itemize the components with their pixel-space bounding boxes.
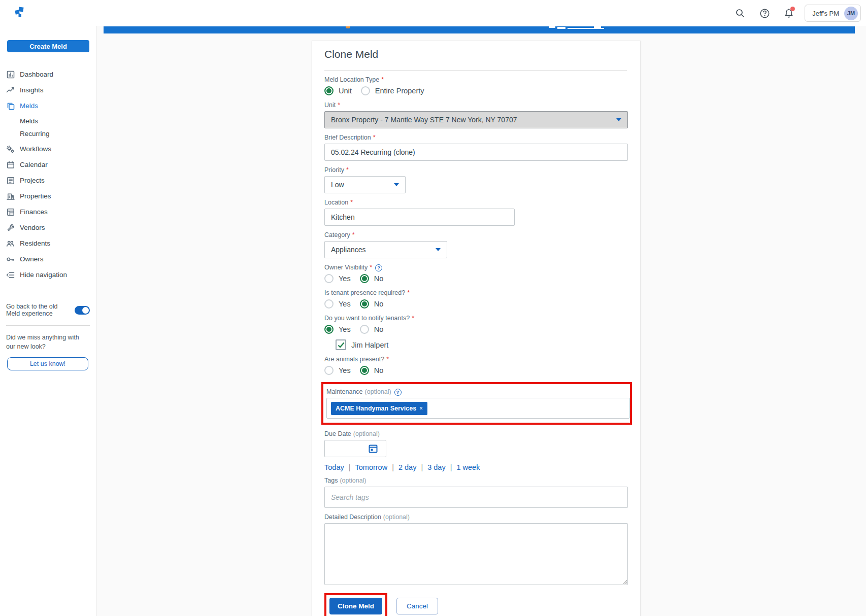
tags-input[interactable] bbox=[324, 487, 628, 508]
meld-location-type-label: Meld Location Type* bbox=[324, 76, 627, 84]
radio-notify-tenants-yes[interactable] bbox=[324, 325, 334, 334]
sidebar-item-owners[interactable]: Owners bbox=[0, 251, 96, 267]
search-icon[interactable] bbox=[731, 5, 749, 22]
sidebar-item-melds[interactable]: Melds bbox=[0, 98, 96, 114]
radio-owner-visibility-yes[interactable] bbox=[324, 274, 334, 283]
remove-chip-icon[interactable]: × bbox=[419, 405, 423, 412]
radio-no-label[interactable]: No bbox=[374, 275, 384, 283]
avatar[interactable]: JM bbox=[844, 7, 858, 20]
tenant-checkbox-label[interactable]: Jim Halpert bbox=[351, 341, 388, 349]
quick-link-3day[interactable]: 3 day bbox=[427, 463, 445, 471]
clone-meld-submit-button[interactable]: Clone Meld bbox=[329, 598, 382, 614]
maintenance-input[interactable]: ACME Handyman Services × bbox=[326, 398, 630, 419]
quick-link-1week[interactable]: 1 week bbox=[456, 463, 480, 471]
let-us-know-button[interactable]: Let us know! bbox=[7, 357, 88, 370]
radio-unit[interactable] bbox=[324, 86, 334, 95]
sidebar-item-label: Workflows bbox=[20, 145, 51, 153]
radio-yes-label[interactable]: Yes bbox=[339, 366, 351, 374]
radio-yes-label[interactable]: Yes bbox=[339, 325, 351, 333]
calendar-icon[interactable] bbox=[369, 444, 378, 453]
priority-select[interactable]: Low bbox=[324, 176, 406, 193]
chevron-down-icon bbox=[394, 183, 399, 186]
radio-yes-label[interactable]: Yes bbox=[339, 275, 351, 283]
sidebar-item-dashboard[interactable]: Dashboard bbox=[0, 66, 96, 82]
owner-visibility-help-icon[interactable]: ? bbox=[375, 264, 382, 271]
radio-yes-label[interactable]: Yes bbox=[339, 300, 351, 308]
radio-entire-property-label[interactable]: Entire Property bbox=[375, 87, 424, 95]
banner-link-fragment bbox=[594, 26, 601, 28]
banner-link-fragment bbox=[549, 26, 555, 28]
sidebar-nav: DashboardInsightsMeldsMeldsRecurringWork… bbox=[0, 66, 96, 283]
cancel-button[interactable]: Cancel bbox=[396, 598, 438, 614]
sidebar-item-recurring-sub[interactable]: Recurring bbox=[0, 126, 96, 141]
sidebar-item-properties[interactable]: Properties bbox=[0, 188, 96, 204]
field-brief-description: Brief Description* bbox=[324, 134, 627, 161]
sidebar-item-label: Hide navigation bbox=[20, 271, 67, 279]
location-input[interactable] bbox=[324, 209, 515, 226]
melds-icon bbox=[6, 101, 15, 110]
sidebar-item-vendors[interactable]: Vendors bbox=[0, 220, 96, 235]
sidebar-item-finances[interactable]: Finances bbox=[0, 204, 96, 220]
due-date-input[interactable] bbox=[324, 440, 386, 457]
old-experience-label: Go back to the old Meld experience bbox=[6, 303, 71, 317]
notify-tenants-label: Do you want to notify tenants?* bbox=[324, 315, 627, 322]
sidebar-item-label: Residents bbox=[20, 239, 50, 247]
unit-label: Unit* bbox=[324, 101, 627, 109]
tenant-presence-label: Is tenant presence required?* bbox=[324, 289, 627, 297]
sidebar-item-residents[interactable]: Residents bbox=[0, 235, 96, 251]
sidebar-item-workflows[interactable]: Workflows bbox=[0, 141, 96, 157]
vendor-chip: ACME Handyman Services × bbox=[331, 402, 427, 415]
quick-link-2day[interactable]: 2 day bbox=[398, 463, 416, 471]
radio-notify-tenants-no[interactable] bbox=[360, 325, 369, 334]
hide-nav-icon bbox=[6, 270, 15, 279]
old-experience-row: Go back to the old Meld experience bbox=[6, 303, 90, 317]
sidebar-item-label: Finances bbox=[20, 208, 48, 216]
old-experience-toggle[interactable] bbox=[75, 306, 90, 315]
sidebar-item-projects[interactable]: Projects bbox=[0, 173, 96, 188]
field-meld-location-type: Meld Location Type* Unit Entire Property bbox=[324, 76, 627, 96]
field-detailed-description: Detailed Description (optional) bbox=[324, 514, 627, 587]
help-icon[interactable] bbox=[756, 5, 773, 22]
radio-animals-yes[interactable] bbox=[324, 366, 334, 375]
sidebar-item-calendar[interactable]: Calendar bbox=[0, 157, 96, 173]
brief-description-input[interactable] bbox=[324, 144, 628, 161]
tenant-checkbox[interactable] bbox=[336, 339, 346, 350]
vendors-icon bbox=[6, 223, 15, 232]
unit-select[interactable]: Bronx Property - 7 Mantle Way STE 7 New … bbox=[324, 111, 628, 128]
quick-link-today[interactable]: Today bbox=[324, 463, 344, 471]
notifications-bell-icon[interactable] bbox=[780, 5, 797, 22]
top-bar: Jeff's PM JM bbox=[0, 0, 866, 26]
quick-link-tomorrow[interactable]: Tomorrow bbox=[355, 463, 387, 471]
workflows-icon bbox=[6, 145, 15, 153]
detailed-description-textarea[interactable] bbox=[324, 523, 628, 585]
field-due-date: Due Date (optional) bbox=[324, 430, 627, 457]
brief-description-label: Brief Description* bbox=[324, 134, 627, 142]
owner-visibility-label: Owner Visibility* ? bbox=[324, 264, 627, 271]
account-menu[interactable]: Jeff's PM JM bbox=[805, 5, 861, 22]
radio-owner-visibility-no[interactable] bbox=[360, 274, 369, 283]
create-meld-button[interactable]: Create Meld bbox=[7, 40, 89, 52]
chevron-down-icon bbox=[616, 118, 621, 121]
category-select[interactable]: Appliances bbox=[324, 241, 447, 258]
radio-entire-property[interactable] bbox=[361, 86, 370, 95]
notification-badge bbox=[790, 7, 795, 11]
radio-no-label[interactable]: No bbox=[374, 325, 384, 333]
field-tenant-presence: Is tenant presence required?* Yes No bbox=[324, 289, 627, 309]
radio-unit-label[interactable]: Unit bbox=[339, 87, 352, 95]
upgrade-banner[interactable] bbox=[104, 26, 855, 33]
maintenance-help-icon[interactable]: ? bbox=[394, 389, 402, 396]
radio-tenant-presence-no[interactable] bbox=[360, 299, 369, 309]
radio-animals-no[interactable] bbox=[360, 366, 369, 375]
property-meld-logo-icon[interactable] bbox=[14, 7, 25, 18]
radio-no-label[interactable]: No bbox=[374, 366, 384, 374]
clone-meld-card: Clone Meld Meld Location Type* Unit Enti… bbox=[312, 41, 641, 616]
maintenance-label: Maintenance (optional) ? bbox=[326, 388, 625, 396]
field-category: Category* Appliances bbox=[324, 231, 627, 258]
field-unit: Unit* Bronx Property - 7 Mantle Way STE … bbox=[324, 101, 627, 128]
radio-no-label[interactable]: No bbox=[374, 300, 384, 308]
due-date-label: Due Date (optional) bbox=[324, 430, 627, 438]
sidebar-item-insights[interactable]: Insights bbox=[0, 82, 96, 98]
sidebar-item-label: Melds bbox=[20, 102, 38, 110]
sidebar-item-hide-navigation[interactable]: Hide navigation bbox=[0, 267, 96, 283]
radio-tenant-presence-yes[interactable] bbox=[324, 299, 334, 309]
